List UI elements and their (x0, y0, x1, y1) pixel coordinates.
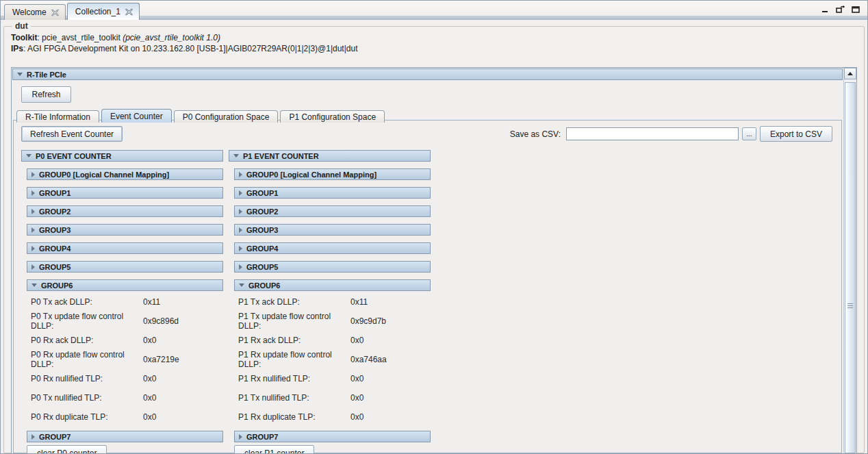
ips-value: : AGI FPGA Development Kit on 10.233.162… (23, 44, 358, 53)
p0-event-counter-header[interactable]: P0 EVENT COUNTER (21, 150, 223, 162)
tab-p0-configuration-space[interactable]: P0 Configuration Space (174, 110, 279, 123)
counter-row: P0 Rx update flow control DLLP:0xa7219e (21, 350, 223, 369)
toolkit-label: Toolkit (11, 33, 37, 42)
close-icon[interactable] (125, 8, 133, 16)
tab-label: Welcome (12, 8, 47, 17)
expand-triangle-icon (31, 190, 35, 196)
p0-group1-header[interactable]: GROUP1 (27, 187, 223, 199)
p1-group2-header[interactable]: GROUP2 (234, 205, 431, 217)
p1-event-counter-header[interactable]: P1 EVENT COUNTER (229, 150, 431, 162)
counter-row: P1 Rx update flow control DLLP:0xa746aa (229, 350, 431, 369)
expand-triangle-icon (239, 264, 242, 270)
p0-group0-header[interactable]: GROUP0 [Logical Channel Mapping] (27, 168, 223, 180)
p0-event-counter-column: P0 EVENT COUNTER GROUP0 [Logical Channel… (21, 150, 223, 453)
editor-content: dut Toolkit: pcie_avst_rtile_toolkit (pc… (1, 20, 867, 453)
ips-line: IPs: AGI FPGA Development Kit on 10.233.… (8, 43, 860, 54)
p0-group7-header[interactable]: GROUP7 (27, 431, 223, 442)
ips-label: IPs (11, 44, 23, 53)
tab-collection-1[interactable]: Collection_1 (67, 3, 140, 20)
counter-row: P0 Tx nullified TLP:0x0 (21, 388, 223, 407)
p1-group4-header[interactable]: GROUP4 (234, 242, 431, 254)
refresh-button[interactable]: Refresh (21, 86, 71, 103)
p1-group6-values: P1 Tx ack DLLP:0x11 P1 Tx update flow co… (229, 292, 431, 427)
application-window: Welcome Collection_1 dut (0, 0, 868, 454)
event-counter-tabpanel: Refresh Event Counter Save as CSV: ... E… (13, 120, 842, 453)
counter-row: P0 Rx ack DLLP:0x0 (21, 331, 223, 350)
tab-rtile-information[interactable]: R-Tile Information (16, 110, 99, 123)
tab-welcome[interactable]: Welcome (4, 4, 66, 20)
p0-group4-header[interactable]: GROUP4 (27, 242, 223, 254)
browse-button[interactable]: ... (742, 127, 756, 140)
csv-path-input[interactable] (566, 127, 739, 140)
export-to-csv-button[interactable]: Export to CSV (760, 126, 832, 142)
p1-group6-header[interactable]: GROUP6 (234, 279, 431, 291)
scrollbar-grip-icon (847, 303, 853, 309)
counter-row: P1 Tx ack DLLP:0x11 (229, 292, 431, 312)
p1-group3-header[interactable]: GROUP3 (234, 224, 431, 236)
rtile-pcie-section-header[interactable]: R-Tile PCIe (12, 68, 843, 80)
expand-triangle-icon (31, 264, 35, 270)
counter-row: P1 Rx nullified TLP:0x0 (229, 369, 431, 388)
vertical-scrollbar[interactable] (843, 68, 856, 453)
expand-triangle-icon (239, 227, 242, 233)
p0-group6-header[interactable]: GROUP6 (27, 279, 223, 291)
expand-triangle-icon (31, 172, 35, 177)
counter-row: P1 Tx nullified TLP:0x0 (229, 388, 431, 407)
collapse-triangle-icon (233, 154, 239, 157)
rtile-pcie-panel: R-Tile PCIe Refresh R-Tile Information E… (11, 67, 857, 454)
counter-row: P1 Rx duplicate TLP:0x0 (229, 407, 431, 427)
p1-group5-header[interactable]: GROUP5 (234, 261, 431, 273)
expand-triangle-icon (239, 209, 242, 214)
tab-label: Collection_1 (75, 7, 120, 16)
tab-p1-configuration-space[interactable]: P1 Configuration Space (280, 110, 385, 123)
clear-p0-counter-button[interactable]: clear P0 counter (27, 445, 107, 453)
p1-event-counter-column: P1 EVENT COUNTER GROUP0 [Logical Channel… (229, 150, 431, 453)
p0-group6-values: P0 Tx ack DLLP:0x11 P0 Tx update flow co… (21, 292, 223, 427)
p1-group0-header[interactable]: GROUP0 [Logical Channel Mapping] (234, 168, 431, 180)
toolkit-line: Toolkit: pcie_avst_rtile_toolkit (pcie_a… (8, 32, 860, 43)
clear-p1-counter-button[interactable]: clear P1 counter (234, 445, 314, 453)
expand-triangle-icon (239, 190, 242, 196)
p0-group2-header[interactable]: GROUP2 (27, 205, 223, 217)
collapse-triangle-icon (239, 283, 244, 287)
p1-group7-header[interactable]: GROUP7 (234, 431, 431, 442)
collapse-triangle-icon (31, 283, 37, 287)
rtile-tabs: R-Tile Information Event Counter P0 Conf… (12, 109, 843, 123)
up-arrow-icon (847, 72, 853, 75)
counter-row: P0 Tx update flow control DLLP:0x9c896d (21, 312, 223, 331)
maximize-icon[interactable] (852, 6, 860, 16)
counter-row: P0 Rx duplicate TLP:0x0 (21, 407, 223, 427)
tab-event-counter[interactable]: Event Counter (101, 109, 172, 123)
save-csv-row: Save as CSV: ... Export to CSV (510, 126, 832, 142)
toolkit-value: : pcie_avst_rtile_toolkit (37, 33, 123, 42)
scroll-up-button[interactable] (844, 68, 856, 79)
close-icon[interactable] (51, 9, 59, 16)
toolkit-version: (pcie_avst_rtile_toolkit 1.0) (123, 33, 220, 42)
counter-row: P0 Rx nullified TLP:0x0 (21, 369, 223, 388)
expand-triangle-icon (31, 209, 35, 214)
counter-row: P0 Tx ack DLLP:0x11 (21, 292, 223, 312)
scrollbar-thumb[interactable] (845, 82, 856, 453)
restore-icon[interactable] (836, 5, 845, 16)
save-as-csv-label: Save as CSV: (510, 129, 561, 139)
dut-groupbox: dut Toolkit: pcie_avst_rtile_toolkit (pc… (3, 21, 865, 453)
expand-triangle-icon (239, 434, 242, 440)
collapse-triangle-icon (26, 154, 31, 157)
dut-group-title: dut (12, 21, 31, 31)
editor-tabbar: Welcome Collection_1 (1, 1, 867, 20)
expand-triangle-icon (31, 434, 35, 440)
p0-group5-header[interactable]: GROUP5 (27, 261, 223, 273)
collapse-triangle-icon (17, 73, 23, 76)
counter-row: P1 Rx ack DLLP:0x0 (229, 331, 431, 350)
rtile-pcie-title: R-Tile PCIe (27, 71, 66, 79)
expand-triangle-icon (239, 172, 242, 177)
counter-row: P1 Tx update flow control DLLP:0x9c9d7b (229, 312, 431, 331)
refresh-event-counter-button[interactable]: Refresh Event Counter (21, 126, 123, 142)
expand-triangle-icon (239, 246, 242, 251)
expand-triangle-icon (31, 227, 35, 233)
p1-group1-header[interactable]: GROUP1 (234, 187, 431, 199)
expand-triangle-icon (31, 246, 35, 251)
p0-group3-header[interactable]: GROUP3 (27, 224, 223, 236)
minimize-icon[interactable] (821, 6, 829, 16)
